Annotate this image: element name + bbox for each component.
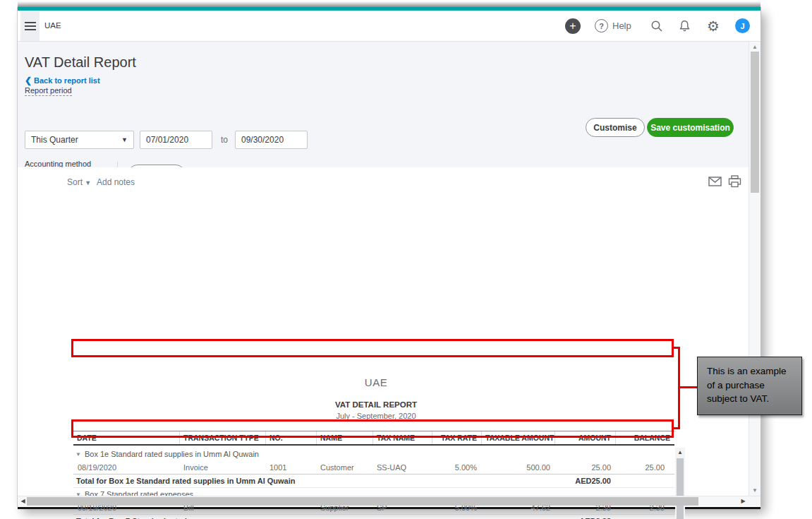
table-cell: 500.00 — [481, 461, 555, 474]
hamburger-menu-button[interactable] — [20, 11, 40, 41]
table-cell: Invoice — [179, 461, 265, 474]
column-header: TAX NAME — [372, 431, 432, 444]
top-navigation-bar: UAE + ? Help ⚙ — [18, 11, 761, 42]
table-cell: 25.00 — [615, 461, 674, 474]
avatar-initial: J — [735, 18, 750, 33]
total-row: Total for Box 1e Standard rated supplies… — [73, 475, 674, 488]
table-row[interactable]: 08/19/2020Invoice1001CustomerSS-UAQ5.00%… — [73, 461, 674, 475]
total-label: Total for Box 7 Standard rated expenses — [73, 515, 538, 519]
report-period-label: Report period — [25, 86, 72, 96]
page-title: VAT Detail Report — [25, 54, 136, 71]
bell-icon — [679, 20, 691, 32]
column-header: BALANCE — [615, 431, 674, 444]
total-row: Total for Box 7 Standard rated expensesA… — [73, 515, 674, 519]
date-from-input[interactable] — [140, 131, 212, 149]
report-period-select[interactable]: This Quarter ▼ — [25, 131, 134, 149]
group-header-row[interactable]: ▼Box 1e Standard rated supplies in Umm A… — [73, 448, 674, 461]
sort-dropdown[interactable]: Sort ▼ — [67, 177, 91, 187]
email-report-button[interactable] — [708, 177, 722, 186]
printer-icon — [728, 175, 741, 188]
create-new-button[interactable]: + — [565, 11, 581, 41]
report-company-name: UAE — [67, 376, 685, 388]
scrollbar-thumb[interactable] — [27, 497, 698, 506]
column-header: TAX RATE — [432, 431, 481, 444]
window-top-shadow — [18, 1, 761, 7]
report-period-value: This Quarter — [31, 135, 78, 145]
help-label: Help — [612, 20, 631, 31]
chevron-down-icon: ▼ — [85, 179, 91, 186]
search-icon — [650, 20, 663, 32]
table-header-row: DATETRANSACTION TYPENO.NAMETAX NAMETAX R… — [73, 431, 674, 446]
table-body: ▼Box 1e Standard rated supplies in Umm A… — [73, 448, 674, 519]
account-avatar[interactable]: J — [735, 11, 750, 41]
scroll-down-arrow[interactable]: ▼ — [749, 486, 761, 495]
app-window: UAE + ? Help ⚙ — [18, 7, 761, 507]
add-notes-link[interactable]: Add notes — [97, 177, 135, 187]
spacer — [615, 475, 674, 487]
customise-button[interactable]: Customise — [586, 118, 645, 137]
report-header-section: VAT Detail Report ❮Back to report list R… — [18, 42, 749, 167]
total-amount: AED2.38 — [538, 515, 615, 519]
date-to-input[interactable] — [235, 131, 308, 149]
column-header: TRANSACTION TYPE — [179, 431, 265, 444]
envelope-icon — [708, 177, 722, 186]
report-title: VAT DETAIL REPORT — [67, 400, 685, 409]
column-header: AMOUNT — [555, 431, 615, 444]
window-horizontal-scrollbar[interactable]: ◀ ▶ — [18, 496, 761, 506]
spacer — [615, 515, 674, 519]
scrollbar-thumb[interactable] — [751, 52, 759, 193]
table-cell: SS-UAQ — [372, 461, 432, 474]
total-label: Total for Box 1e Standard rated supplies… — [73, 475, 538, 487]
notifications-button[interactable] — [679, 11, 691, 41]
annotation-callout: This is an example of a purchase subject… — [697, 357, 802, 415]
window-vertical-scrollbar[interactable]: ▲ ▼ — [749, 42, 761, 496]
report-body-section: Sort ▼ Add notes UAE VAT DETAIL REPORT J… — [18, 167, 749, 496]
search-button[interactable] — [650, 11, 663, 41]
report-period-range: July - September, 2020 — [67, 412, 685, 420]
table-vertical-scrollbar[interactable]: ▲ ▼ — [675, 448, 685, 519]
column-header: DATE — [73, 431, 179, 444]
screenshot-canvas: UAE + ? Help ⚙ — [0, 0, 812, 519]
table-cell: 5.00% — [432, 461, 481, 474]
gear-icon: ⚙ — [707, 18, 720, 35]
column-header: TAXABLE AMOUNT — [481, 431, 555, 444]
column-header: NO. — [265, 431, 316, 444]
back-to-report-list-link[interactable]: ❮Back to report list — [25, 76, 100, 85]
question-mark-icon: ? — [595, 19, 608, 32]
group-label: Box 1e Standard rated supplies in Umm Al… — [85, 448, 259, 461]
column-header: NAME — [316, 431, 372, 444]
to-label: to — [221, 135, 228, 145]
chevron-down-icon: ▼ — [121, 136, 128, 143]
print-report-button[interactable] — [728, 175, 741, 188]
scroll-up-arrow[interactable]: ▲ — [749, 42, 761, 52]
company-name: UAE — [44, 11, 61, 41]
help-button[interactable]: ? Help — [595, 11, 631, 41]
chevron-left-icon: ❮ — [25, 76, 32, 85]
total-amount: AED25.00 — [538, 475, 615, 487]
table-cell: 1001 — [265, 461, 316, 474]
scroll-up-arrow[interactable]: ▲ — [675, 448, 685, 457]
table-cell: 25.00 — [555, 461, 615, 474]
collapse-caret-icon[interactable]: ▼ — [75, 448, 81, 461]
scroll-right-arrow[interactable]: ▶ — [739, 496, 748, 506]
plus-icon: + — [565, 18, 581, 34]
settings-button[interactable]: ⚙ — [707, 11, 720, 41]
table-cell: 08/19/2020 — [73, 461, 179, 474]
save-customisation-button[interactable]: Save customisation — [647, 118, 734, 137]
scrollbar-thumb[interactable] — [677, 458, 684, 519]
table-cell: Customer — [316, 461, 372, 474]
